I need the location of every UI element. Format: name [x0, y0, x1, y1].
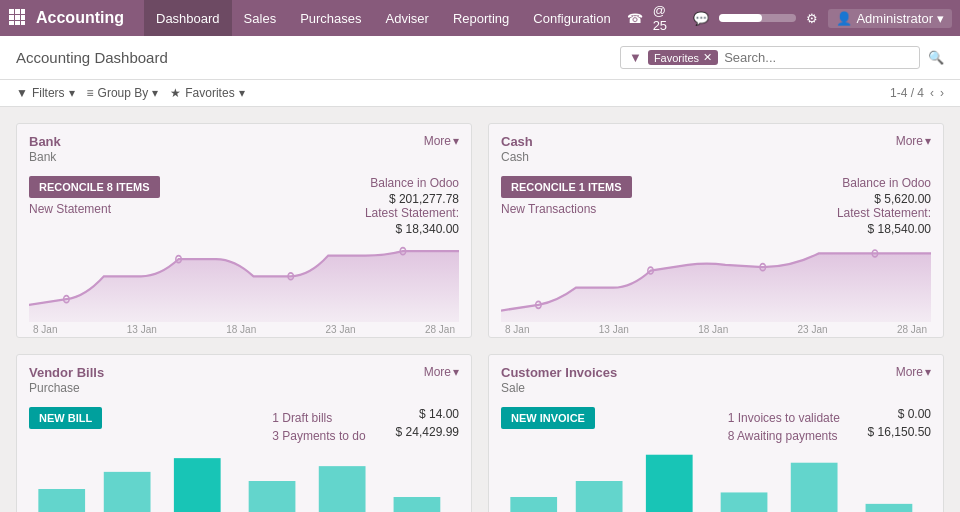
svg-rect-2 — [21, 9, 25, 14]
invoices-validate-link[interactable]: 1 Invoices to validate — [728, 411, 840, 425]
invoices-card-body: NEW INVOICE 1 Invoices to validate $ 0.0… — [489, 399, 943, 512]
invoices-card: Customer Invoices Sale More ▾ NEW INVOIC… — [488, 354, 944, 512]
progress-bar — [719, 14, 797, 22]
nav-item-reporting[interactable]: Reporting — [441, 0, 521, 36]
filters-button[interactable]: ▼ Filters ▾ — [16, 86, 75, 100]
invoices-card-header: Customer Invoices Sale More ▾ — [489, 355, 943, 399]
vendor-card-subtitle: Purchase — [29, 381, 104, 395]
settings-icon[interactable]: ⚙ — [806, 11, 818, 26]
vendor-payments-amount: $ 24,429.99 — [396, 425, 459, 443]
bank-label-2: 18 Jan — [226, 324, 256, 335]
bank-more-btn[interactable]: More ▾ — [424, 134, 459, 148]
bank-chart-labels: 8 Jan 13 Jan 18 Jan 23 Jan 28 Jan — [29, 322, 459, 337]
filter-icon: ▼ — [629, 50, 642, 65]
svg-rect-20 — [249, 481, 296, 512]
cash-more-btn[interactable]: More ▾ — [896, 134, 931, 148]
bank-chart — [29, 242, 459, 322]
search-input[interactable] — [724, 50, 911, 65]
vendor-card-header: Vendor Bills Purchase More ▾ — [17, 355, 471, 399]
svg-rect-5 — [21, 15, 25, 20]
prev-page-icon[interactable]: ‹ — [930, 86, 934, 100]
bank-label-1: 13 Jan — [127, 324, 157, 335]
favorites-chevron: ▾ — [239, 86, 245, 100]
vendor-draft-amount: $ 14.00 — [419, 407, 459, 425]
svg-rect-26 — [721, 492, 768, 512]
phone-icon[interactable]: ☎ — [627, 11, 643, 26]
progress-bar-fill — [719, 14, 762, 22]
groupby-button[interactable]: ≡ Group By ▾ — [87, 86, 159, 100]
vendor-more-chevron: ▾ — [453, 365, 459, 379]
cash-card-header: Cash Cash More ▾ — [489, 124, 943, 168]
svg-rect-22 — [394, 497, 441, 512]
cash-chart-labels: 8 Jan 13 Jan 18 Jan 23 Jan 28 Jan — [501, 322, 931, 337]
cash-new-link[interactable]: New Transactions — [501, 202, 632, 216]
vendor-more-btn[interactable]: More ▾ — [424, 365, 459, 379]
filter-bar: ▼ Filters ▾ ≡ Group By ▾ ★ Favorites ▾ 1… — [0, 80, 960, 107]
bank-new-link[interactable]: New Statement — [29, 202, 160, 216]
apps-icon[interactable] — [8, 8, 26, 29]
nav-item-purchases[interactable]: Purchases — [288, 0, 373, 36]
vendor-more-label: More — [424, 365, 451, 379]
vendor-card-body: NEW BILL 1 Draft bills $ 14.00 3 Payment… — [17, 399, 471, 512]
user-badge[interactable]: 👤 Administrator ▾ — [828, 9, 952, 28]
nav-item-adviser[interactable]: Adviser — [374, 0, 441, 36]
cash-chart — [501, 242, 931, 322]
invoices-awaiting-link[interactable]: 8 Awaiting payments — [728, 429, 838, 443]
chat-icon[interactable]: 💬 — [693, 11, 709, 26]
svg-rect-3 — [9, 15, 14, 20]
vendor-card: Vendor Bills Purchase More ▾ NEW BILL 1 … — [16, 354, 472, 512]
filter-funnel-icon: ▼ — [16, 86, 28, 100]
bank-balance-value: $ 201,277.78 — [365, 192, 459, 206]
page-header: Accounting Dashboard ▼ Favorites ✕ 🔍 — [0, 36, 960, 80]
cash-label-1: 13 Jan — [599, 324, 629, 335]
bank-latest-label: Latest Statement: — [365, 206, 459, 220]
right-icons: ☎ @ 25 💬 ⚙ 👤 Administrator ▾ — [627, 3, 952, 33]
svg-rect-0 — [9, 9, 14, 14]
nav-item-dashboard[interactable]: Dashboard — [144, 0, 232, 36]
cash-balance-label: Balance in Odoo — [837, 176, 931, 190]
bank-card-title[interactable]: Bank — [29, 134, 61, 149]
favorites-label: Favorites — [654, 52, 699, 64]
vendor-draft-link[interactable]: 1 Draft bills — [272, 411, 332, 425]
invoices-new-btn[interactable]: NEW INVOICE — [501, 407, 595, 429]
svg-rect-18 — [104, 472, 151, 512]
pagination-text: 1-4 / 4 — [890, 86, 924, 100]
top-nav: Accounting Dashboard Sales Purchases Adv… — [0, 0, 960, 36]
svg-rect-24 — [576, 481, 623, 512]
vendor-new-btn[interactable]: NEW BILL — [29, 407, 102, 429]
cash-card-body: RECONCILE 1 ITEMS New Transactions Balan… — [489, 168, 943, 337]
bank-more-label: More — [424, 134, 451, 148]
vendor-card-title[interactable]: Vendor Bills — [29, 365, 104, 380]
page-title: Accounting Dashboard — [16, 49, 168, 66]
user-dropdown-icon: ▾ — [937, 11, 944, 26]
invoices-info: 1 Invoices to validate $ 0.00 8 Awaiting… — [728, 407, 931, 443]
bank-balance-label: Balance in Odoo — [365, 176, 459, 190]
search-bar[interactable]: ▼ Favorites ✕ — [620, 46, 920, 69]
at-count[interactable]: @ 25 — [653, 3, 683, 33]
favorites-tag[interactable]: Favorites ✕ — [648, 50, 718, 65]
bank-reconcile-btn[interactable]: RECONCILE 8 ITEMS — [29, 176, 160, 198]
cash-reconcile-btn[interactable]: RECONCILE 1 ITEMS — [501, 176, 632, 198]
user-icon: 👤 — [836, 11, 852, 26]
invoices-card-title[interactable]: Customer Invoices — [501, 365, 617, 380]
next-page-icon[interactable]: › — [940, 86, 944, 100]
cash-label-0: 8 Jan — [505, 324, 529, 335]
bank-card-subtitle: Bank — [29, 150, 61, 164]
svg-rect-4 — [15, 15, 20, 20]
invoices-more-btn[interactable]: More ▾ — [896, 365, 931, 379]
svg-rect-23 — [510, 497, 557, 512]
nav-item-sales[interactable]: Sales — [232, 0, 289, 36]
invoices-awaiting-amount: $ 16,150.50 — [868, 425, 931, 443]
search-icon[interactable]: 🔍 — [928, 50, 944, 65]
dashboard-grid: Bank Bank More ▾ RECONCILE 8 ITEMS New S… — [0, 107, 960, 512]
cash-label-4: 28 Jan — [897, 324, 927, 335]
svg-rect-6 — [9, 21, 14, 25]
svg-rect-25 — [646, 455, 693, 512]
bank-label-4: 28 Jan — [425, 324, 455, 335]
cash-more-label: More — [896, 134, 923, 148]
favorites-close-icon[interactable]: ✕ — [703, 51, 712, 64]
vendor-payments-link[interactable]: 3 Payments to do — [272, 429, 365, 443]
cash-card-title[interactable]: Cash — [501, 134, 533, 149]
nav-item-configuration[interactable]: Configuration — [521, 0, 622, 36]
favorites-button[interactable]: ★ Favorites ▾ — [170, 86, 244, 100]
